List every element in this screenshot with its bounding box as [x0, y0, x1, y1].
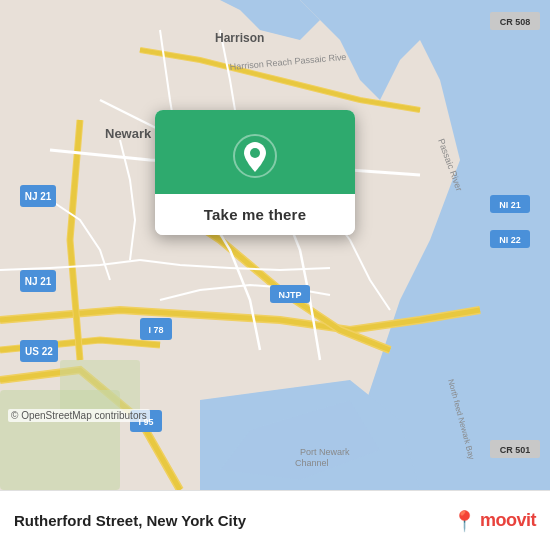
- map-container: NJ 21 NJ 21 US 22 I 78 I 95 NJTP CR 508 …: [0, 0, 550, 490]
- svg-text:NJ 21: NJ 21: [25, 191, 52, 202]
- svg-text:Newark: Newark: [105, 126, 152, 141]
- moovit-pin-icon: 📍: [452, 509, 477, 533]
- moovit-brand-text: moovit: [480, 510, 536, 531]
- location-pin-icon: [233, 134, 277, 178]
- svg-text:Harrison: Harrison: [215, 31, 264, 45]
- popup-green-area: [155, 110, 355, 194]
- svg-text:NJTP: NJTP: [278, 290, 301, 300]
- bottom-bar: Rutherford Street, New York City 📍 moovi…: [0, 490, 550, 550]
- popup-card: Take me there: [155, 110, 355, 235]
- svg-text:CR 508: CR 508: [500, 17, 531, 27]
- svg-point-36: [250, 148, 260, 158]
- map-attribution: © OpenStreetMap contributors: [8, 409, 150, 422]
- svg-text:Channel: Channel: [295, 458, 329, 468]
- svg-text:CR 501: CR 501: [500, 445, 531, 455]
- svg-text:NJ 21: NJ 21: [25, 276, 52, 287]
- svg-text:NI 21: NI 21: [499, 200, 521, 210]
- svg-text:US 22: US 22: [25, 346, 53, 357]
- moovit-logo: 📍 moovit: [452, 509, 536, 533]
- svg-text:NI 22: NI 22: [499, 235, 521, 245]
- svg-text:I 78: I 78: [148, 325, 163, 335]
- svg-text:Port Newark: Port Newark: [300, 447, 350, 457]
- take-me-there-button[interactable]: Take me there: [155, 194, 355, 235]
- location-name: Rutherford Street, New York City: [14, 512, 442, 529]
